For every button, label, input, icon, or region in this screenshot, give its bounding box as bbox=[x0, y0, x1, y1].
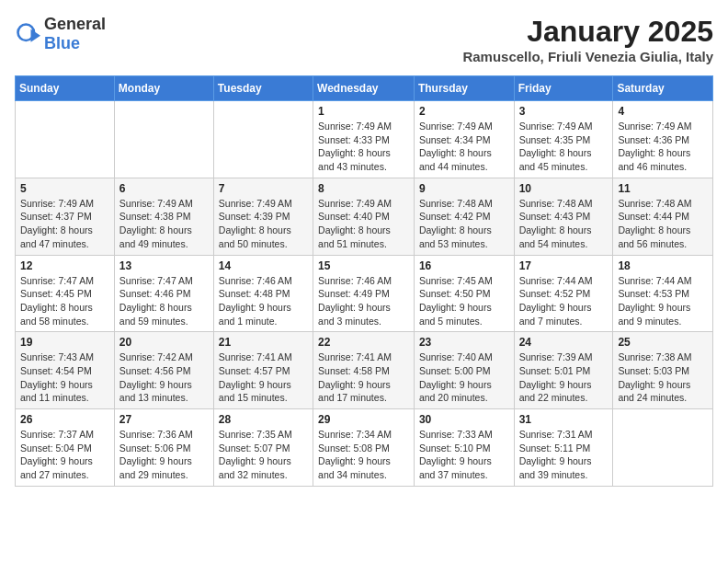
day-info: Sunrise: 7:33 AM Sunset: 5:10 PM Dayligh… bbox=[419, 428, 509, 482]
header-friday: Friday bbox=[514, 76, 613, 101]
day-number: 12 bbox=[20, 259, 109, 272]
day-number: 19 bbox=[20, 336, 109, 349]
day-number: 1 bbox=[318, 105, 409, 118]
calendar-cell: 22Sunrise: 7:41 AM Sunset: 4:58 PM Dayli… bbox=[313, 332, 415, 409]
calendar-title: January 2025 bbox=[462, 15, 713, 49]
day-number: 10 bbox=[519, 182, 609, 195]
day-number: 4 bbox=[618, 105, 708, 118]
calendar-cell: 17Sunrise: 7:44 AM Sunset: 4:52 PM Dayli… bbox=[514, 255, 613, 332]
day-info: Sunrise: 7:44 AM Sunset: 4:53 PM Dayligh… bbox=[618, 274, 708, 328]
calendar-week-row: 5Sunrise: 7:49 AM Sunset: 4:37 PM Daylig… bbox=[16, 178, 713, 255]
calendar-cell bbox=[213, 101, 313, 178]
calendar-cell: 31Sunrise: 7:31 AM Sunset: 5:11 PM Dayli… bbox=[514, 409, 613, 487]
day-number: 28 bbox=[219, 413, 308, 426]
day-number: 29 bbox=[318, 413, 409, 426]
day-info: Sunrise: 7:47 AM Sunset: 4:46 PM Dayligh… bbox=[119, 274, 209, 328]
header-monday: Monday bbox=[114, 76, 213, 101]
calendar-cell: 19Sunrise: 7:43 AM Sunset: 4:54 PM Dayli… bbox=[16, 332, 115, 409]
day-info: Sunrise: 7:41 AM Sunset: 4:57 PM Dayligh… bbox=[219, 350, 308, 405]
day-number: 14 bbox=[219, 259, 308, 272]
header-wednesday: Wednesday bbox=[313, 76, 415, 101]
calendar-subtitle: Ramuscello, Friuli Venezia Giulia, Italy bbox=[462, 49, 713, 64]
day-info: Sunrise: 7:34 AM Sunset: 5:08 PM Dayligh… bbox=[318, 428, 409, 482]
day-number: 8 bbox=[318, 182, 409, 195]
day-number: 18 bbox=[618, 259, 708, 272]
day-info: Sunrise: 7:49 AM Sunset: 4:39 PM Dayligh… bbox=[219, 197, 308, 251]
day-number: 2 bbox=[419, 105, 509, 118]
calendar-cell: 18Sunrise: 7:44 AM Sunset: 4:53 PM Dayli… bbox=[613, 255, 713, 332]
day-info: Sunrise: 7:38 AM Sunset: 5:03 PM Dayligh… bbox=[618, 350, 708, 405]
calendar-cell: 14Sunrise: 7:46 AM Sunset: 4:48 PM Dayli… bbox=[213, 255, 313, 332]
calendar-cell: 5Sunrise: 7:49 AM Sunset: 4:37 PM Daylig… bbox=[16, 178, 115, 255]
day-number: 21 bbox=[219, 336, 308, 349]
calendar-cell: 28Sunrise: 7:35 AM Sunset: 5:07 PM Dayli… bbox=[213, 409, 313, 487]
day-info: Sunrise: 7:49 AM Sunset: 4:33 PM Dayligh… bbox=[318, 120, 409, 174]
header-tuesday: Tuesday bbox=[213, 76, 313, 101]
calendar-cell: 24Sunrise: 7:39 AM Sunset: 5:01 PM Dayli… bbox=[514, 332, 613, 409]
calendar-header-row: SundayMondayTuesdayWednesdayThursdayFrid… bbox=[16, 76, 713, 101]
day-number: 27 bbox=[119, 413, 209, 426]
header-saturday: Saturday bbox=[613, 76, 713, 101]
day-info: Sunrise: 7:39 AM Sunset: 5:01 PM Dayligh… bbox=[519, 350, 609, 405]
day-info: Sunrise: 7:48 AM Sunset: 4:44 PM Dayligh… bbox=[618, 197, 708, 251]
calendar-cell: 3Sunrise: 7:49 AM Sunset: 4:35 PM Daylig… bbox=[514, 101, 613, 178]
day-info: Sunrise: 7:49 AM Sunset: 4:38 PM Dayligh… bbox=[119, 197, 209, 251]
calendar-cell: 11Sunrise: 7:48 AM Sunset: 4:44 PM Dayli… bbox=[613, 178, 713, 255]
logo: General Blue bbox=[15, 15, 106, 53]
calendar-cell: 26Sunrise: 7:37 AM Sunset: 5:04 PM Dayli… bbox=[16, 409, 115, 487]
day-info: Sunrise: 7:48 AM Sunset: 4:43 PM Dayligh… bbox=[519, 197, 609, 251]
day-number: 20 bbox=[119, 336, 209, 349]
day-info: Sunrise: 7:37 AM Sunset: 5:04 PM Dayligh… bbox=[20, 428, 109, 482]
calendar-week-row: 19Sunrise: 7:43 AM Sunset: 4:54 PM Dayli… bbox=[16, 332, 713, 409]
day-info: Sunrise: 7:36 AM Sunset: 5:06 PM Dayligh… bbox=[119, 428, 209, 482]
day-number: 15 bbox=[318, 259, 409, 272]
day-info: Sunrise: 7:45 AM Sunset: 4:50 PM Dayligh… bbox=[419, 274, 509, 328]
calendar-cell bbox=[16, 101, 115, 178]
logo-text-general: General bbox=[44, 15, 106, 33]
svg-marker-1 bbox=[31, 29, 41, 42]
calendar-week-row: 1Sunrise: 7:49 AM Sunset: 4:33 PM Daylig… bbox=[16, 101, 713, 178]
calendar-cell: 21Sunrise: 7:41 AM Sunset: 4:57 PM Dayli… bbox=[213, 332, 313, 409]
day-number: 13 bbox=[119, 259, 209, 272]
day-number: 7 bbox=[219, 182, 308, 195]
calendar-cell: 8Sunrise: 7:49 AM Sunset: 4:40 PM Daylig… bbox=[313, 178, 415, 255]
calendar-cell: 4Sunrise: 7:49 AM Sunset: 4:36 PM Daylig… bbox=[613, 101, 713, 178]
day-number: 30 bbox=[419, 413, 509, 426]
title-area: January 2025 Ramuscello, Friuli Venezia … bbox=[462, 15, 713, 64]
day-info: Sunrise: 7:31 AM Sunset: 5:11 PM Dayligh… bbox=[519, 428, 609, 482]
calendar-cell: 6Sunrise: 7:49 AM Sunset: 4:38 PM Daylig… bbox=[114, 178, 213, 255]
calendar-cell: 2Sunrise: 7:49 AM Sunset: 4:34 PM Daylig… bbox=[414, 101, 514, 178]
calendar-cell: 1Sunrise: 7:49 AM Sunset: 4:33 PM Daylig… bbox=[313, 101, 415, 178]
calendar-cell bbox=[613, 409, 713, 487]
day-number: 17 bbox=[519, 259, 609, 272]
day-number: 25 bbox=[618, 336, 708, 349]
day-number: 24 bbox=[519, 336, 609, 349]
day-info: Sunrise: 7:48 AM Sunset: 4:42 PM Dayligh… bbox=[419, 197, 509, 251]
day-number: 6 bbox=[119, 182, 209, 195]
day-number: 26 bbox=[20, 413, 109, 426]
calendar-cell: 16Sunrise: 7:45 AM Sunset: 4:50 PM Dayli… bbox=[414, 255, 514, 332]
day-info: Sunrise: 7:40 AM Sunset: 5:00 PM Dayligh… bbox=[419, 350, 509, 405]
day-info: Sunrise: 7:46 AM Sunset: 4:48 PM Dayligh… bbox=[219, 274, 308, 328]
calendar-cell: 10Sunrise: 7:48 AM Sunset: 4:43 PM Dayli… bbox=[514, 178, 613, 255]
calendar-cell: 9Sunrise: 7:48 AM Sunset: 4:42 PM Daylig… bbox=[414, 178, 514, 255]
day-info: Sunrise: 7:49 AM Sunset: 4:40 PM Dayligh… bbox=[318, 197, 409, 251]
calendar-cell: 7Sunrise: 7:49 AM Sunset: 4:39 PM Daylig… bbox=[213, 178, 313, 255]
day-number: 23 bbox=[419, 336, 509, 349]
day-info: Sunrise: 7:43 AM Sunset: 4:54 PM Dayligh… bbox=[20, 350, 109, 405]
calendar-cell: 23Sunrise: 7:40 AM Sunset: 5:00 PM Dayli… bbox=[414, 332, 514, 409]
day-info: Sunrise: 7:42 AM Sunset: 4:56 PM Dayligh… bbox=[119, 350, 209, 405]
header-thursday: Thursday bbox=[414, 76, 514, 101]
calendar-cell: 29Sunrise: 7:34 AM Sunset: 5:08 PM Dayli… bbox=[313, 409, 415, 487]
day-info: Sunrise: 7:46 AM Sunset: 4:49 PM Dayligh… bbox=[318, 274, 409, 328]
day-number: 5 bbox=[20, 182, 109, 195]
calendar-cell: 30Sunrise: 7:33 AM Sunset: 5:10 PM Dayli… bbox=[414, 409, 514, 487]
logo-icon bbox=[15, 21, 40, 47]
header-sunday: Sunday bbox=[16, 76, 115, 101]
day-info: Sunrise: 7:49 AM Sunset: 4:34 PM Dayligh… bbox=[419, 120, 509, 174]
day-info: Sunrise: 7:47 AM Sunset: 4:45 PM Dayligh… bbox=[20, 274, 109, 328]
calendar-cell: 27Sunrise: 7:36 AM Sunset: 5:06 PM Dayli… bbox=[114, 409, 213, 487]
day-info: Sunrise: 7:44 AM Sunset: 4:52 PM Dayligh… bbox=[519, 274, 609, 328]
calendar-cell: 25Sunrise: 7:38 AM Sunset: 5:03 PM Dayli… bbox=[613, 332, 713, 409]
day-number: 9 bbox=[419, 182, 509, 195]
